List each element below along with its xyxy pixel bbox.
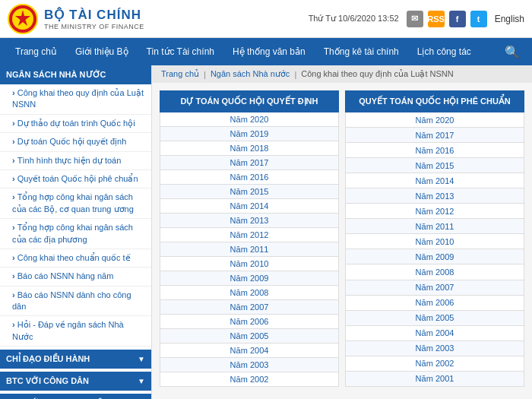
- breadcrumb-current: Công khai theo quy định của Luật NSNN: [301, 69, 453, 79]
- nav-lich-cong-tac[interactable]: Lịch công tác: [408, 38, 480, 65]
- nav-thong-ke[interactable]: Thống kê tài chính: [315, 38, 408, 65]
- table-row[interactable]: Năm 2016: [160, 170, 339, 185]
- table-row[interactable]: Năm 2004: [346, 325, 524, 340]
- breadcrumb-ngan-sach[interactable]: Ngân sách Nhà nước: [211, 69, 290, 79]
- tables-area: DỰ TOÁN QUỐC HỘI QUYẾT ĐỊNH Năm 2020Năm …: [152, 83, 532, 394]
- table-right-header: QUYẾT TOÁN QUỐC HỘI PHÊ CHUẨN: [346, 91, 524, 112]
- nav-bar: Trang chủ Giới thiệu Bộ Tin tức Tài chín…: [0, 38, 532, 65]
- table-row[interactable]: Năm 2005: [160, 329, 339, 344]
- top-bar: BỘ TÀI CHÍNH THE MINISTRY OF FINANCE Thứ…: [0, 0, 532, 38]
- table-row[interactable]: Năm 2001: [346, 371, 524, 386]
- table-row[interactable]: Năm 2013: [346, 188, 524, 204]
- table-row[interactable]: Năm 2002: [160, 372, 339, 387]
- nav-gioi-thieu[interactable]: Giới thiệu Bộ: [66, 38, 138, 65]
- table-row[interactable]: Năm 2011: [346, 219, 524, 234]
- table-row[interactable]: Năm 2011: [160, 242, 339, 257]
- nav-tin-tuc[interactable]: Tin tức Tài chính: [138, 38, 223, 65]
- table-row[interactable]: Năm 2015: [160, 185, 339, 199]
- table-row[interactable]: Năm 2017: [346, 128, 524, 143]
- main-layout: NGÂN SÁCH NHÀ NƯỚC Công khai theo quy đị…: [0, 65, 532, 399]
- sidebar-item-tong-hop-bo[interactable]: Tổng hợp công khai ngân sách của các Bộ,…: [0, 188, 151, 219]
- table-row[interactable]: Năm 2009: [346, 249, 524, 264]
- table-row[interactable]: Năm 2012: [346, 204, 524, 219]
- logo-area: BỘ TÀI CHÍNH THE MINISTRY OF FINANCE: [8, 4, 309, 34]
- table-row[interactable]: Năm 2020: [346, 112, 524, 128]
- social-icons: ✉ RSS f t: [407, 11, 487, 27]
- table-row[interactable]: Năm 2006: [346, 295, 524, 310]
- table-row[interactable]: Năm 2015: [346, 158, 524, 173]
- sidebar-item-bao-cao-nsnn[interactable]: Báo cáo NSNN hàng năm: [0, 268, 151, 286]
- table-row[interactable]: Năm 2008: [160, 286, 339, 300]
- twitter-icon[interactable]: t: [470, 11, 487, 27]
- table-row[interactable]: Năm 2008: [346, 264, 524, 280]
- table-row[interactable]: Năm 2006: [160, 315, 339, 329]
- sidebar-item-quyet-toan[interactable]: Quyết toán Quốc hội phê chuẩn: [0, 170, 151, 188]
- sidebar-item-chuan-quoc-te[interactable]: Công khai theo chuẩn quốc tế: [0, 249, 151, 268]
- facebook-icon[interactable]: f: [449, 11, 466, 27]
- table-row[interactable]: Năm 2005: [346, 310, 524, 325]
- datetime: Thứ Tư 10/6/2020 13:52: [309, 14, 399, 24]
- top-right: Thứ Tư 10/6/2020 13:52 ✉ RSS f t English: [309, 11, 524, 27]
- table-row[interactable]: Năm 2020: [160, 112, 339, 127]
- sidebar-section-ngan-sach: NGÂN SÁCH NHÀ NƯỚC: [0, 65, 151, 84]
- emblem-icon: [8, 4, 38, 34]
- sidebar-section-btc-doanh-nghiep[interactable]: BTC VỚI DOANH NGHIỆP ▼: [0, 394, 151, 399]
- table-row[interactable]: Năm 2010: [160, 257, 339, 271]
- table-row[interactable]: Năm 2009: [160, 271, 339, 286]
- table-row[interactable]: Năm 2018: [160, 141, 339, 156]
- language-selector[interactable]: English: [495, 14, 524, 24]
- sidebar-section-chi-dao[interactable]: CHỈ ĐẠO ĐIỀU HÀNH ▼: [0, 350, 151, 369]
- table-row[interactable]: Năm 2003: [346, 340, 524, 356]
- sidebar-item-du-toan-quoc-hoi[interactable]: Dự toán Quốc hội quyết định: [0, 133, 151, 151]
- sidebar-item-du-thao[interactable]: Dự thảo dự toán trình Quốc hội: [0, 115, 151, 133]
- table-row[interactable]: Năm 2003: [160, 358, 339, 372]
- table-row[interactable]: Năm 2004: [160, 344, 339, 358]
- content-area: Trang chủ | Ngân sách Nhà nước | Công kh…: [152, 65, 532, 399]
- table-row[interactable]: Năm 2013: [160, 214, 339, 228]
- sidebar-item-tong-hop-dp[interactable]: Tổng hợp công khai ngân sách của các địa…: [0, 219, 151, 249]
- table-row[interactable]: Năm 2019: [160, 127, 339, 141]
- table-row[interactable]: Năm 2012: [160, 228, 339, 242]
- rss-icon[interactable]: RSS: [428, 11, 445, 27]
- breadcrumb: Trang chủ | Ngân sách Nhà nước | Công kh…: [152, 65, 532, 83]
- sidebar-item-tinh-hinh[interactable]: Tình hình thực hiện dự toán: [0, 152, 151, 170]
- table-row[interactable]: Năm 2017: [160, 156, 339, 170]
- sidebar: NGÂN SÁCH NHÀ NƯỚC Công khai theo quy đị…: [0, 65, 152, 399]
- chevron-down-icon: ▼: [138, 355, 145, 363]
- table-quyet-toan: QUYẾT TOÁN QUỐC HỘI PHÊ CHUẨN Năm 2020Nă…: [345, 90, 524, 387]
- sidebar-item-cong-khai-luat[interactable]: Công khai theo quy định của Luật NSNN: [0, 84, 151, 115]
- breadcrumb-trang-chu[interactable]: Trang chủ: [161, 69, 199, 79]
- nav-trang-chu[interactable]: Trang chủ: [6, 38, 66, 65]
- table-left-header: DỰ TOÁN QUỐC HỘI QUYẾT ĐỊNH: [160, 91, 339, 112]
- table-row[interactable]: Năm 2016: [346, 143, 524, 158]
- logo-title: BỘ TÀI CHÍNH: [44, 7, 144, 23]
- table-row[interactable]: Năm 2010: [346, 234, 524, 249]
- chevron-down-icon: ▼: [138, 377, 145, 385]
- table-row[interactable]: Năm 2007: [346, 280, 524, 295]
- sidebar-section-btc-cong-dan[interactable]: BTC VỚI CÔNG DÂN ▼: [0, 372, 151, 391]
- logo-subtitle: THE MINISTRY OF FINANCE: [44, 23, 144, 30]
- nav-he-thong[interactable]: Hệ thống văn bản: [223, 38, 315, 65]
- email-icon[interactable]: ✉: [407, 11, 423, 27]
- table-row[interactable]: Năm 2014: [346, 173, 524, 188]
- sidebar-item-bao-cao-cong-dan[interactable]: Báo cáo NSNN dành cho công dân: [0, 287, 151, 317]
- table-row[interactable]: Năm 2014: [160, 199, 339, 214]
- table-du-toan: DỰ TOÁN QUỐC HỘI QUYẾT ĐỊNH Năm 2020Năm …: [160, 90, 339, 387]
- search-icon[interactable]: 🔍: [499, 45, 526, 59]
- logo-text: BỘ TÀI CHÍNH THE MINISTRY OF FINANCE: [44, 7, 144, 30]
- table-row[interactable]: Năm 2002: [346, 356, 524, 371]
- table-row[interactable]: Năm 2007: [160, 300, 339, 315]
- sidebar-item-hoi-dap[interactable]: Hỏi - Đáp về ngân sách Nhà Nước: [0, 316, 151, 347]
